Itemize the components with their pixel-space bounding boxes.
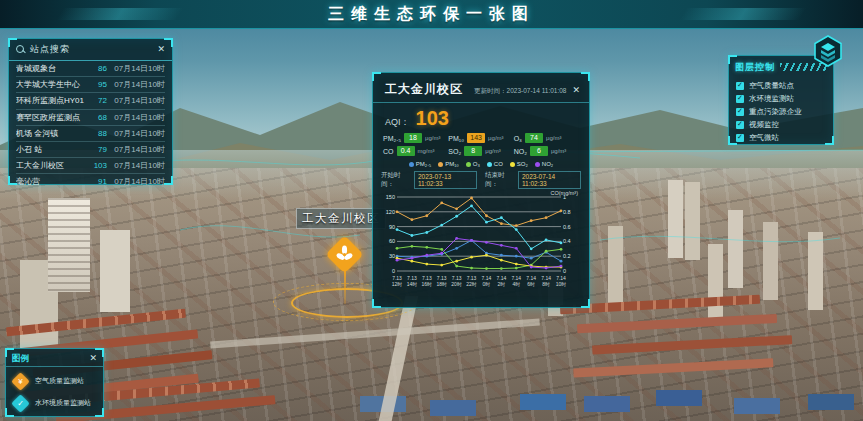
station-row[interactable]: 青城观象台 86 07月14日10时 <box>16 61 165 77</box>
svg-text:14时: 14时 <box>407 281 418 287</box>
pollutant-value-badge: 143 <box>467 133 485 143</box>
industrial-buildings <box>520 394 566 410</box>
legend-dot <box>409 162 414 167</box>
svg-text:16时: 16时 <box>422 281 433 287</box>
popup-title: 工大金川校区 <box>385 81 463 98</box>
layer-item[interactable]: 空气质量站点 <box>736 79 826 92</box>
pollutant-unit: μg/m³ <box>546 135 561 141</box>
map-legend-label: 空气质量监测站 <box>35 376 84 386</box>
chart-legend-item[interactable]: PM₂.₅ <box>409 161 431 167</box>
page-title: 三维生态环保一张图 <box>0 4 863 25</box>
pollutant-cell: CO 0.4 mg/m³ <box>383 146 448 156</box>
layer-item[interactable]: 视频监控 <box>736 118 826 131</box>
chart-legend-item[interactable]: NO₂ <box>535 161 553 167</box>
legend-dot <box>438 162 443 167</box>
pollutant-name: O₃ <box>514 135 522 142</box>
station-name: 大学城大学生中心 <box>16 79 87 90</box>
checkbox-checked-icon[interactable] <box>736 95 744 103</box>
legend-dot <box>487 162 492 167</box>
map-legend-item: ✓水环境质量监测站 <box>12 392 97 414</box>
checkbox-checked-icon[interactable] <box>736 108 744 116</box>
station-aqi: 103 <box>87 161 107 170</box>
map-viewport[interactable]: 三维生态环保一张图 工大金川校区 站点搜索 ✕ 青城观象台 86 07月14日1… <box>0 0 863 421</box>
legend-label: O₃ <box>473 161 480 167</box>
station-row[interactable]: 机场 金河镇 88 07月14日10时 <box>16 126 165 142</box>
svg-text:20时: 20时 <box>451 281 462 287</box>
pollutant-unit: μg/m³ <box>485 148 500 154</box>
station-time: 07月14日10时 <box>107 176 165 187</box>
svg-text:2时: 2时 <box>497 281 505 287</box>
layer-items: 空气质量站点水环境监测站重点污染源企业视频监控空气微站 <box>729 76 833 147</box>
legend-label: PM₁₀ <box>445 161 459 167</box>
station-search-label[interactable]: 站点搜索 <box>30 43 152 56</box>
pollutant-cell: PM₂.₅ 18 μg/m³ <box>383 133 448 143</box>
search-icon <box>16 45 25 54</box>
legend-label: PM₂.₅ <box>416 161 431 167</box>
pollutant-unit: μg/m³ <box>551 148 566 154</box>
svg-text:0: 0 <box>392 268 395 274</box>
station-rows: 青城观象台 86 07月14日10时大学城大学生中心 95 07月14日10时环… <box>9 61 172 190</box>
station-aqi: 91 <box>87 177 107 186</box>
station-popup: 工大金川校区 更新时间：2023-07-14 11:01:08 ✕ AQI： 1… <box>372 72 590 308</box>
svg-text:8时: 8时 <box>542 281 550 287</box>
tower-buildings <box>668 180 683 258</box>
map-legend-label: 水环境质量监测站 <box>35 398 91 408</box>
layer-item[interactable]: 重点污染源企业 <box>736 105 826 118</box>
legend-dot <box>510 162 515 167</box>
svg-text:18时: 18时 <box>436 281 447 287</box>
station-row[interactable]: 赛罕区政府监测点 68 07月14日10时 <box>16 110 165 126</box>
layer-label: 重点污染源企业 <box>749 107 802 117</box>
layer-label: 空气质量站点 <box>749 81 794 91</box>
pollutant-value-badge: 74 <box>525 133 543 143</box>
pollutant-cell: NO₂ 6 μg/m³ <box>514 146 579 156</box>
layers-icon[interactable] <box>811 34 845 68</box>
chart-legend-item[interactable]: SO₂ <box>510 161 528 167</box>
update-time-value: 2023-07-14 11:01:08 <box>507 87 567 94</box>
svg-text:4时: 4时 <box>512 281 520 287</box>
layer-panel-title: 图层控制 <box>735 61 775 74</box>
checkbox-checked-icon[interactable] <box>736 121 744 129</box>
air-station-icon: ¥ <box>11 372 29 390</box>
svg-text:CO(mg/m³): CO(mg/m³) <box>551 191 579 196</box>
air-station-marker-icon[interactable] <box>325 235 363 273</box>
chart-legend-item[interactable]: O₃ <box>466 161 480 167</box>
svg-text:0.6: 0.6 <box>563 224 571 230</box>
svg-text:0.8: 0.8 <box>563 209 571 215</box>
station-aqi: 88 <box>87 129 107 138</box>
station-row[interactable]: 工大金川校区 103 07月14日10时 <box>16 158 165 174</box>
layer-label: 视频监控 <box>749 120 779 130</box>
station-row[interactable]: 大学城大学生中心 95 07月14日10时 <box>16 77 165 93</box>
water-station-icon: ✓ <box>11 394 29 412</box>
chart-legend-item[interactable]: PM₁₀ <box>438 161 459 167</box>
station-time: 07月14日10时 <box>107 79 165 90</box>
station-aqi: 72 <box>87 96 107 105</box>
svg-text:0.2: 0.2 <box>563 253 571 259</box>
layer-control-panel: 图层控制 空气质量站点水环境监测站重点污染源企业视频监控空气微站 <box>728 55 834 145</box>
start-time-input[interactable]: 2023-07-13 11:02:33 <box>414 171 477 189</box>
station-list-panel: 站点搜索 ✕ 青城观象台 86 07月14日10时大学城大学生中心 95 07月… <box>8 38 173 185</box>
svg-text:90: 90 <box>389 224 395 230</box>
pollutant-value-badge: 6 <box>530 146 548 156</box>
pollutant-unit: μg/m³ <box>488 135 503 141</box>
station-row[interactable]: 毫沁营 91 07月14日10时 <box>16 174 165 189</box>
checkbox-checked-icon[interactable] <box>736 82 744 90</box>
station-name: 青城观象台 <box>16 63 87 74</box>
checkbox-checked-icon[interactable] <box>736 134 744 142</box>
station-name: 机场 金河镇 <box>16 128 87 139</box>
chart-legend-item[interactable]: CO <box>487 161 503 167</box>
end-time-input[interactable]: 2023-07-14 11:02:33 <box>518 171 581 189</box>
pollutant-cell: PM₁₀ 143 μg/m³ <box>448 133 513 143</box>
pollutant-name: SO₂ <box>448 148 461 155</box>
update-time-label: 更新时间： <box>474 87 507 94</box>
station-row[interactable]: 小召 站 79 07月14日10时 <box>16 142 165 158</box>
end-time-label: 结束时间： <box>485 171 515 189</box>
svg-text:120: 120 <box>386 209 395 215</box>
station-row[interactable]: 环科所监测点HY01 72 07月14日10时 <box>16 93 165 109</box>
svg-text:0.4: 0.4 <box>563 238 571 244</box>
layer-item[interactable]: 水环境监测站 <box>736 92 826 105</box>
svg-text:10时: 10时 <box>556 281 567 287</box>
close-icon[interactable]: ✕ <box>572 86 580 95</box>
map-legend-title: 图例 <box>12 353 89 365</box>
pollutant-value-badge: 18 <box>404 133 422 143</box>
layer-item[interactable]: 空气微站 <box>736 131 826 144</box>
